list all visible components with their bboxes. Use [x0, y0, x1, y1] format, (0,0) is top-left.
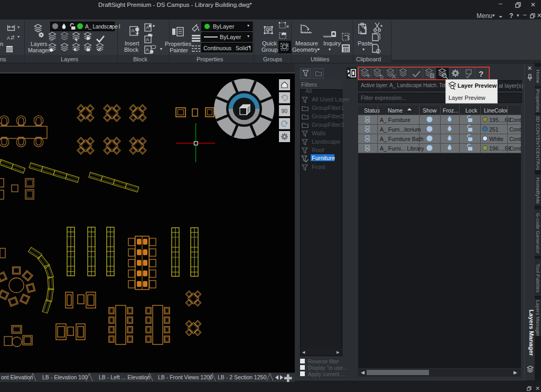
- svg-text:A: A: [132, 28, 135, 33]
- svg-text:Name: Name: [388, 107, 403, 114]
- svg-text:A_ Furni... Library: A_ Furni... Library: [380, 145, 424, 152]
- svg-text:A_ Furniture Bath: A_ Furniture Bath: [380, 136, 423, 142]
- svg-text:90: 90: [282, 108, 288, 114]
- svg-text:A: A: [146, 37, 149, 42]
- svg-text:A: A: [7, 35, 10, 41]
- svg-text:LineColor: LineColor: [484, 107, 508, 114]
- svg-text:LB - 2 Section 1250: LB - 2 Section 1250: [218, 374, 266, 380]
- svg-text:A_ Furn...itorium: A_ Furn...itorium: [380, 126, 421, 133]
- svg-text:Froz...: Froz...: [443, 107, 459, 114]
- svg-text:Conti: Conti: [509, 117, 521, 123]
- svg-text:Conti: Conti: [509, 145, 521, 152]
- svg-text:A_ Furniture: A_ Furniture: [380, 117, 411, 123]
- svg-text:LB - Left ... Elevation: LB - Left ... Elevation: [99, 374, 151, 380]
- svg-text:Conti: Conti: [509, 126, 521, 133]
- svg-text:LB - Front Views 1200: LB - Front Views 1200: [158, 374, 213, 380]
- svg-text:196...,59: 196...,59: [489, 145, 511, 152]
- svg-text:251: 251: [489, 126, 499, 133]
- svg-text:White: White: [489, 136, 503, 142]
- svg-text:LB - Elevation 100: LB - Elevation 100: [42, 374, 88, 380]
- svg-text:Lock: Lock: [465, 107, 478, 114]
- svg-text:A: A: [146, 25, 149, 30]
- svg-text:A: A: [146, 47, 149, 52]
- svg-text:ont Elevation: ont Elevation: [1, 374, 33, 380]
- svg-text:Conti: Conti: [509, 136, 521, 142]
- svg-text:195...,60: 195...,60: [489, 117, 511, 123]
- svg-text:✕: ✕: [286, 24, 289, 29]
- svg-text:Show: Show: [423, 107, 437, 114]
